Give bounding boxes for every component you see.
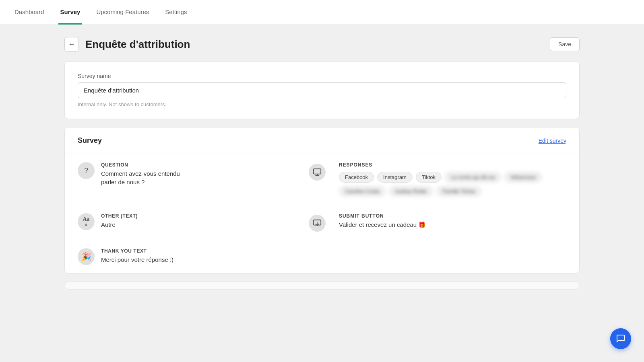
page-header: ← Enquête d'attribution Save: [64, 37, 580, 51]
row-question-left: ? QUESTION Comment avez-vous entenduparl…: [78, 162, 305, 186]
back-button[interactable]: ←: [64, 37, 79, 51]
edit-survey-link[interactable]: Edit survey: [539, 138, 566, 144]
chip-instagram: Instagram: [377, 172, 413, 183]
page-title: Enquête d'attribution: [85, 38, 190, 51]
question-middle-icon: [309, 164, 326, 181]
thank-you-icon: 🎉: [78, 248, 95, 265]
row-thankyou-middle: [305, 248, 329, 250]
survey-name-card: Survey name Internal only. Not shown to …: [64, 61, 580, 119]
tab-survey[interactable]: Survey: [58, 0, 82, 25]
row-question-right: RESPONSES Facebook Instagram Tiktok La r…: [329, 162, 566, 197]
thankyou-type-label: THANK YOU TEXT: [101, 248, 305, 254]
other-text-icon: Aa ≡: [78, 213, 95, 230]
bottom-card-hint: [64, 282, 580, 290]
table-row: ? QUESTION Comment avez-vous entenduparl…: [65, 154, 579, 205]
thankyou-value: Merci pour votre réponse :): [101, 255, 305, 264]
tab-dashboard[interactable]: Dashboard: [13, 0, 45, 25]
other-value: Autre: [101, 220, 305, 229]
chip-caroline: Caroline Costa: [339, 186, 386, 197]
row-other-middle: [305, 213, 329, 232]
top-nav: Dashboard Survey Upcoming Features Setti…: [0, 0, 644, 24]
question-icon: ?: [78, 162, 95, 179]
row-other-left: Aa ≡ OTHER (TEXT) Autre: [78, 213, 305, 230]
row-other-right: SUBMIT BUTTON Valider et recevez un cade…: [329, 213, 566, 228]
survey-name-label: Survey name: [78, 73, 566, 79]
survey-name-input[interactable]: [78, 82, 566, 98]
tab-upcoming[interactable]: Upcoming Features: [95, 0, 151, 25]
chip-audrey: Audrey Roder: [389, 186, 433, 197]
submit-icon: [309, 215, 326, 232]
chip-famille: Famille Tortue: [436, 186, 481, 197]
chip-influenceur: Influenceur: [504, 172, 542, 183]
survey-name-hint: Internal only. Not shown to customers.: [78, 101, 566, 107]
chat-fab[interactable]: [610, 328, 631, 349]
chip-facebook: Facebook: [339, 172, 374, 183]
survey-card-header: Survey Edit survey: [65, 128, 579, 154]
row-question-content: QUESTION Comment avez-vous entenduparler…: [101, 162, 305, 186]
save-button[interactable]: Save: [550, 37, 580, 51]
main-content: ← Enquête d'attribution Save Survey name…: [32, 24, 612, 302]
question-value: Comment avez-vous entenduparler de nous …: [101, 169, 305, 186]
responses-label: RESPONSES: [339, 162, 566, 168]
submit-value: Valider et recevez un cadeau 🎁: [339, 221, 566, 228]
chip-la-roche: La roche qui dit oui: [445, 172, 501, 183]
question-type-label: QUESTION: [101, 162, 305, 168]
other-type-label: OTHER (TEXT): [101, 213, 305, 219]
response-chips: Facebook Instagram Tiktok La roche qui d…: [339, 172, 566, 197]
svg-rect-0: [314, 169, 321, 174]
chip-tiktok: Tiktok: [416, 172, 442, 183]
row-thankyou-content: THANK YOU TEXT Merci pour votre réponse …: [101, 248, 305, 264]
survey-card-title: Survey: [78, 136, 102, 145]
tab-settings[interactable]: Settings: [163, 0, 188, 25]
row-other-content: OTHER (TEXT) Autre: [101, 213, 305, 229]
survey-card: Survey Edit survey ? QUESTION Comment av…: [64, 127, 580, 274]
submit-label: SUBMIT BUTTON: [339, 213, 566, 219]
row-thankyou-left: 🎉 THANK YOU TEXT Merci pour votre répons…: [78, 248, 305, 265]
survey-rows: ? QUESTION Comment avez-vous entenduparl…: [65, 154, 579, 273]
table-row: 🎉 THANK YOU TEXT Merci pour votre répons…: [65, 240, 579, 273]
page-header-left: ← Enquête d'attribution: [64, 37, 190, 51]
table-row: Aa ≡ OTHER (TEXT) Autre: [65, 205, 579, 240]
row-question-middle: [305, 162, 329, 181]
